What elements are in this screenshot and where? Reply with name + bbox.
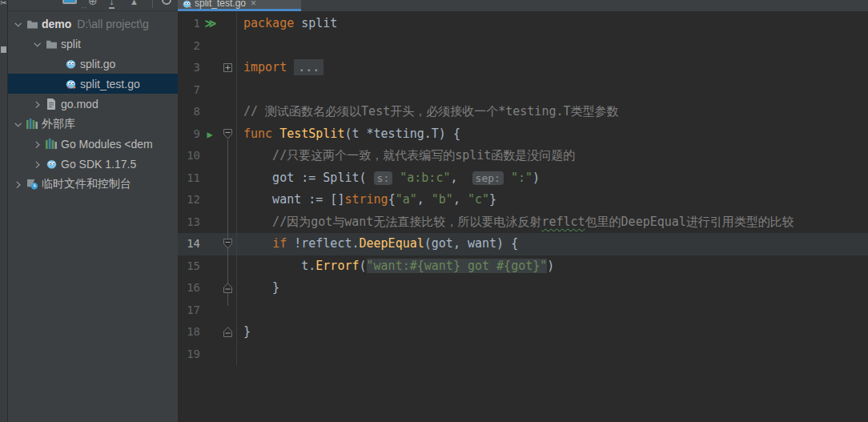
folder-icon <box>24 19 40 29</box>
tree-item-label: Go SDK 1.17.5 <box>61 158 136 171</box>
scratches-icon <box>24 179 40 190</box>
fold-gutter <box>219 35 236 58</box>
code-text <box>236 299 868 322</box>
tree-item-go-mod[interactable]: go.mod <box>8 94 178 114</box>
chevron-right-icon[interactable] <box>30 102 43 107</box>
code-line-17[interactable]: 17 <box>178 299 868 322</box>
code-line-12[interactable]: 12 want := []string{"a", "b", "c"} <box>178 189 868 211</box>
code-area[interactable]: 1≫package split23import ...78// 测试函数名必须以… <box>178 11 868 365</box>
tree-item-label: 临时文件和控制台 <box>42 177 131 191</box>
go-file-icon <box>183 0 191 8</box>
tree-item--[interactable]: 外部库 <box>8 114 178 134</box>
fold-marker-icon[interactable] <box>219 277 236 299</box>
line-number: 19 <box>178 344 200 366</box>
chevron-down-icon[interactable] <box>11 22 24 26</box>
fold-marker-icon[interactable] <box>219 321 236 344</box>
code-line-9[interactable]: 9▶func TestSplit(t *testing.T) { <box>178 123 868 146</box>
fold-gutter <box>219 13 236 35</box>
code-line-13[interactable]: 13 //因为got与want无法直接比较，所以要电泳反射reflct包里的De… <box>178 211 868 234</box>
run-test-icon[interactable]: ▶ <box>200 123 219 146</box>
line-number: 9 <box>178 123 200 146</box>
token-def: got := Split( <box>243 171 374 185</box>
doc-file-icon <box>43 98 59 110</box>
settings-gear-icon[interactable] <box>162 0 171 5</box>
run-all-icon[interactable]: ≫ <box>200 13 219 35</box>
token-def: (t *testing.T) { <box>344 127 460 141</box>
line-number: 17 <box>178 299 200 322</box>
toolbar-divider <box>152 0 153 8</box>
cut-icon[interactable]: ✂ <box>0 0 6 7</box>
token-str: "a" <box>396 192 417 207</box>
code-line-2[interactable]: 2 <box>178 35 868 58</box>
token-kw: func <box>243 127 272 141</box>
fold-gutter <box>219 299 236 322</box>
tree-item-label: split <box>61 38 81 50</box>
fold-gutter <box>219 145 236 167</box>
editor-tab-split-test-go[interactable]: split_test.go × <box>178 0 301 11</box>
token-def: , <box>450 171 472 185</box>
fold-marker-icon[interactable] <box>219 123 236 146</box>
token-def <box>392 171 400 185</box>
token-kw: package <box>243 16 294 30</box>
project-panel: .. ⊕ ↓ ▲ demoD:\all project\gsplitsplit.… <box>8 0 178 422</box>
screen-icon[interactable] <box>62 0 77 4</box>
chevron-down-icon[interactable] <box>30 42 43 46</box>
go-file-icon <box>62 58 78 69</box>
go-test-file-icon <box>62 78 78 89</box>
chevron-down-icon[interactable] <box>11 122 24 127</box>
fold-gutter <box>219 167 236 190</box>
token-def: { <box>388 192 396 207</box>
go-sdk-icon <box>43 159 59 169</box>
tree-item-split-test-go[interactable]: split_test.go <box>8 74 178 94</box>
chevron-right-icon[interactable] <box>30 162 43 167</box>
token-fn: DeepEqual <box>360 236 424 251</box>
chevron-right-icon[interactable] <box>30 142 43 147</box>
token-def: } <box>489 192 496 207</box>
code-text: } <box>236 321 868 344</box>
token-com: 包里的DeepEqual进行引用类型的比较 <box>585 215 794 229</box>
folder-icon <box>43 39 59 49</box>
library-icon <box>43 139 59 149</box>
tree-item-go-sdk-1-17-5[interactable]: Go SDK 1.17.5 <box>8 154 178 174</box>
code-line-11[interactable]: 11 got := Split( s: "a:b:c", sep: ":") <box>178 167 868 190</box>
code-line-14[interactable]: 14 if !reflect.DeepEqual(got, want) { <box>178 233 868 255</box>
run-gutter <box>200 299 219 322</box>
line-number: 11 <box>178 167 200 190</box>
tool-square-icon[interactable] <box>1 46 6 53</box>
collapse-icon[interactable]: ▲ <box>130 0 139 6</box>
token-fn: TestSplit <box>272 127 344 141</box>
line-number: 15 <box>178 255 200 278</box>
code-line-18[interactable]: 18} <box>178 321 868 344</box>
run-gutter <box>200 211 219 234</box>
token-strhl: "want:#{want} got #{got}" <box>367 259 548 273</box>
tree-item-demo[interactable]: demoD:\all project\g <box>8 14 178 34</box>
close-icon[interactable]: × <box>251 0 256 9</box>
tree-item-go-modules-dem[interactable]: Go Modules <dem <box>8 134 178 154</box>
code-text: } <box>236 277 868 299</box>
token-def: t. <box>243 259 315 273</box>
code-line-1[interactable]: 1≫package split <box>178 13 868 35</box>
plus-circle-icon[interactable]: ⊕ <box>88 0 98 7</box>
token-def: (got, want) { <box>424 236 518 251</box>
code-line-15[interactable]: 15 t.Errorf("want:#{want} got #{got}") <box>178 255 868 278</box>
chevron-right-icon[interactable] <box>11 182 24 187</box>
fold-gutter <box>219 211 236 234</box>
code-line-16[interactable]: 16 } <box>178 277 868 299</box>
download-icon[interactable]: ↓ <box>109 0 115 9</box>
tree-item-label: 外部库 <box>42 117 75 131</box>
code-line-8[interactable]: 8// 测试函数名必须以Test开头，必须接收一个*testing.T类型参数 <box>178 101 868 123</box>
code-line-3[interactable]: 3import ... <box>178 57 868 79</box>
code-line-10[interactable]: 10 //只要这两个一致，就代表编写的split函数是没问题的 <box>178 145 868 167</box>
line-number: 16 <box>178 277 200 299</box>
tree-item--[interactable]: 临时文件和控制台 <box>8 174 178 194</box>
tree-item-split-go[interactable]: split.go <box>8 54 178 74</box>
code-line-7[interactable]: 7 <box>178 79 868 102</box>
code-line-19[interactable]: 19 <box>178 344 868 366</box>
token-com: //只要这两个一致，就代表编写的split函数是没问题的 <box>243 148 575 163</box>
fold-marker-icon[interactable] <box>219 57 236 79</box>
tree-item-split[interactable]: split <box>8 34 178 54</box>
fold-marker-icon[interactable] <box>219 233 236 255</box>
token-str: ":" <box>511 171 532 185</box>
fold-gutter <box>219 189 236 211</box>
tree-item-label: demo <box>42 18 71 30</box>
